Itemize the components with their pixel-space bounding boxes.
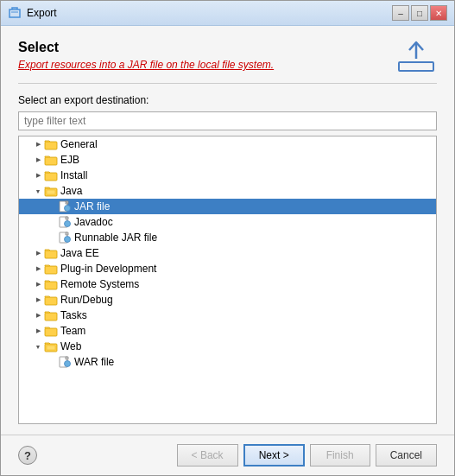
svg-rect-22 — [47, 346, 55, 350]
svg-point-12 — [65, 221, 71, 227]
tree-label-run-debug: Run/Debug — [60, 294, 433, 306]
tree-label-war-file: WAR file — [74, 356, 433, 368]
file-icon-runnable-jar — [58, 232, 72, 244]
file-icon-jar — [58, 200, 72, 213]
tree-label-jar-file: JAR file — [74, 200, 433, 213]
cancel-button[interactable]: Cancel — [376, 444, 437, 466]
destination-label: Select an export destination: — [18, 94, 437, 106]
subtitle-normal: Export resources into a JAR file — [18, 59, 166, 71]
svg-rect-6 — [45, 173, 57, 181]
bottom-bar: ? < Back Next > Finish Cancel — [1, 435, 454, 475]
export-graphic-icon — [395, 40, 437, 74]
svg-rect-5 — [45, 157, 57, 165]
back-button[interactable]: < Back — [177, 444, 238, 466]
tree-item-jar-file[interactable]: JAR file — [19, 199, 436, 214]
tree-item-ejb[interactable]: EJB — [19, 152, 436, 168]
tree-label-runnable-jar: Runnable JAR file — [74, 232, 433, 244]
export-window: Export – □ ✕ Select Export resources int… — [0, 0, 455, 476]
arrow-ejb — [33, 155, 43, 165]
nav-buttons: < Back Next > Finish Cancel — [177, 444, 437, 466]
tree-label-remote-systems: Remote Systems — [60, 278, 433, 290]
arrow-install — [33, 170, 43, 181]
tree-item-general[interactable]: General — [19, 136, 436, 152]
title-bar-left: Export — [8, 6, 57, 20]
subtitle-end: the local file system. — [178, 59, 274, 71]
folder-icon-general — [44, 138, 58, 150]
tree-item-tasks[interactable]: Tasks — [19, 308, 436, 323]
folder-icon-tasks — [44, 309, 58, 321]
file-icon-war — [58, 356, 72, 368]
tree-label-java-ee: Java EE — [60, 247, 433, 259]
tree-item-war-file[interactable]: WAR file — [19, 354, 436, 370]
tree-label-team: Team — [60, 325, 433, 337]
svg-rect-19 — [45, 313, 57, 321]
header-section: Select Export resources into a JAR file … — [18, 40, 437, 74]
tree-item-run-debug[interactable]: Run/Debug — [19, 292, 436, 308]
file-icon-javadoc — [58, 216, 72, 228]
folder-icon-ejb — [44, 154, 58, 166]
svg-rect-20 — [45, 328, 57, 336]
arrow-tasks — [33, 310, 43, 321]
folder-icon-team — [44, 325, 58, 337]
svg-rect-0 — [9, 10, 20, 17]
arrow-plugin-dev — [33, 263, 43, 274]
tree-item-runnable-jar[interactable]: Runnable JAR file — [19, 230, 436, 245]
tree-label-web: Web — [60, 340, 433, 352]
tree-label-general: General — [60, 138, 433, 150]
folder-icon-java-ee — [44, 247, 58, 259]
arrow-web — [33, 341, 43, 352]
tree-label-install: Install — [60, 169, 433, 181]
svg-point-14 — [65, 237, 71, 243]
content-area: Select Export resources into a JAR file … — [1, 26, 454, 435]
maximize-button[interactable]: □ — [411, 5, 428, 21]
folder-icon-plugin-dev — [44, 263, 58, 275]
title-buttons: – □ ✕ — [392, 5, 447, 21]
tree-container[interactable]: General EJB Install — [18, 136, 437, 424]
window-title: Export — [27, 7, 57, 19]
finish-button[interactable]: Finish — [310, 444, 370, 466]
tree-item-java-ee[interactable]: Java EE — [19, 245, 436, 261]
folder-icon-run-debug — [44, 294, 58, 306]
tree-label-tasks: Tasks — [60, 309, 433, 321]
tree-item-plugin-dev[interactable]: Plug-in Development — [19, 261, 436, 276]
title-bar: Export – □ ✕ — [1, 1, 454, 26]
svg-rect-8 — [47, 190, 55, 194]
arrow-general — [33, 139, 43, 149]
arrow-run-debug — [33, 295, 43, 305]
filter-input[interactable] — [18, 111, 437, 130]
svg-rect-16 — [45, 266, 57, 274]
folder-icon-web — [44, 340, 58, 352]
arrow-team — [33, 326, 43, 336]
minimize-button[interactable]: – — [392, 5, 409, 21]
svg-rect-4 — [45, 142, 57, 149]
arrow-java-ee — [33, 248, 43, 258]
tree-item-team[interactable]: Team — [19, 323, 436, 339]
svg-rect-17 — [45, 282, 57, 289]
tree-label-javadoc: Javadoc — [74, 216, 433, 228]
page-title: Select — [18, 40, 395, 55]
tree-label-java: Java — [60, 185, 433, 197]
subtitle-italic: on — [166, 59, 177, 71]
tree-item-install[interactable]: Install — [19, 168, 436, 183]
tree-item-web[interactable]: Web — [19, 339, 436, 354]
tree-item-remote-systems[interactable]: Remote Systems — [19, 276, 436, 292]
tree-label-plugin-dev: Plug-in Development — [60, 263, 433, 275]
arrow-java — [33, 186, 43, 196]
window-icon — [8, 6, 22, 20]
next-button[interactable]: Next > — [243, 444, 305, 466]
folder-icon-java — [44, 185, 58, 197]
svg-rect-15 — [45, 251, 57, 258]
tree-label-ejb: EJB — [60, 154, 433, 166]
tree-item-java[interactable]: Java — [19, 183, 436, 199]
help-button[interactable]: ? — [18, 446, 37, 465]
svg-rect-18 — [45, 297, 57, 305]
folder-icon-install — [44, 169, 58, 181]
tree-item-javadoc[interactable]: Javadoc — [19, 214, 436, 230]
header-text: Select Export resources into a JAR file … — [18, 40, 395, 71]
page-subtitle: Export resources into a JAR file on the … — [18, 59, 395, 71]
close-button[interactable]: ✕ — [430, 5, 447, 21]
svg-point-24 — [65, 361, 71, 367]
svg-rect-2 — [399, 62, 433, 71]
export-icon-container — [395, 40, 437, 74]
folder-icon-remote-systems — [44, 278, 58, 290]
